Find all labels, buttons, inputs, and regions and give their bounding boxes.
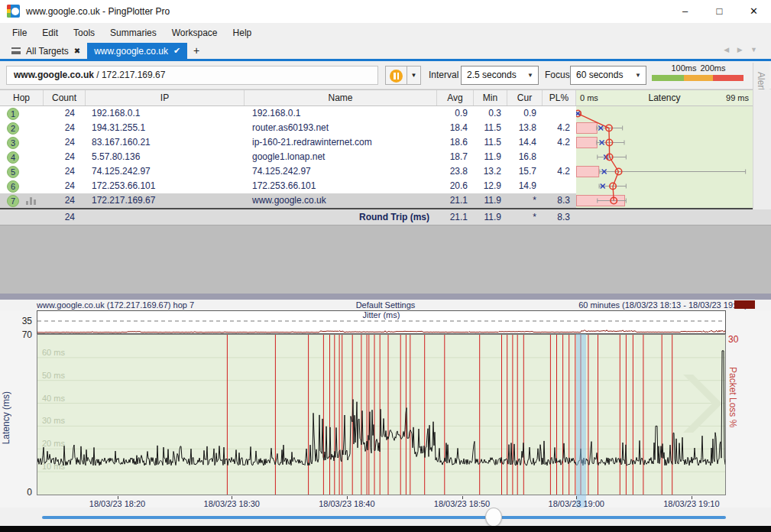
cell-pl bbox=[543, 150, 576, 164]
cell-name: router.as60193.net bbox=[245, 121, 437, 135]
table-row-hop-7[interactable]: 724172.217.169.67www.google.co.uk21.111.… bbox=[0, 193, 576, 208]
round-trip-avg: 21.1 bbox=[437, 209, 474, 225]
hop-cell: 7 bbox=[0, 193, 44, 208]
tab-bar: All Targets ✖ www.google.co.uk ✔ + bbox=[0, 43, 771, 59]
close-button[interactable]: ✕ bbox=[737, 0, 771, 23]
window-title: www.google.co.uk - PingPlotter Pro bbox=[26, 6, 170, 17]
minimize-button[interactable]: – bbox=[668, 0, 702, 23]
tab-all-targets-label: All Targets bbox=[26, 46, 69, 57]
grid-label: 50 ms bbox=[42, 371, 65, 380]
hop-cell: 1 bbox=[0, 106, 44, 121]
chevron-down-icon: ▼ bbox=[635, 66, 641, 84]
cell-cur: 15.7 bbox=[507, 164, 543, 179]
cell-name: 172.253.66.101 bbox=[245, 179, 437, 193]
menu-item-workspace[interactable]: Workspace bbox=[164, 23, 225, 43]
cell-ip: 172.217.169.67 bbox=[86, 193, 245, 208]
cell-name: 192.168.0.1 bbox=[245, 106, 437, 121]
empty-area bbox=[0, 225, 771, 294]
table-row-hop-5[interactable]: 52474.125.242.9774.125.242.9723.813.215.… bbox=[0, 164, 576, 179]
column-header-hop[interactable]: Hop bbox=[0, 90, 44, 105]
new-tab-button[interactable]: + bbox=[187, 43, 206, 59]
latency-timeline-svg: 10 ms20 ms30 ms40 ms50 ms60 ms bbox=[37, 335, 725, 495]
cell-cur: 16.8 bbox=[507, 150, 543, 164]
latency-scale-bar bbox=[652, 75, 743, 81]
cell-count: 24 bbox=[44, 193, 86, 208]
timeline-scrollbar-thumb[interactable] bbox=[485, 508, 502, 527]
column-header-min[interactable]: Min bbox=[474, 90, 507, 105]
hop-number-badge: 4 bbox=[7, 151, 19, 164]
column-header-latency[interactable]: 0 ms Latency 99 ms bbox=[576, 90, 753, 105]
column-header-pl[interactable]: PL% bbox=[543, 90, 576, 105]
table-row-hop-1[interactable]: 124192.168.0.1192.168.0.10.90.30.9 bbox=[0, 106, 576, 121]
round-trip-count: 24 bbox=[44, 209, 86, 225]
column-header-avg[interactable]: Avg bbox=[437, 90, 474, 105]
title-bar: www.google.co.uk - PingPlotter Pro – □ ✕ bbox=[0, 0, 771, 23]
cell-pl: 4.2 bbox=[543, 121, 576, 135]
cell-name: www.google.co.uk bbox=[245, 193, 437, 208]
tab-all-targets[interactable]: All Targets ✖ bbox=[5, 43, 87, 59]
column-header-name[interactable]: Name bbox=[245, 90, 437, 105]
cell-ip: 172.253.66.101 bbox=[86, 179, 245, 193]
packet-loss-axis-title: Packet Loss % bbox=[727, 367, 738, 427]
hop-number-badge: 7 bbox=[7, 195, 19, 207]
pane-splitter[interactable] bbox=[0, 294, 771, 300]
timeline-scrollbar-track[interactable] bbox=[42, 516, 726, 519]
tab-scroll-arrows[interactable]: ◀ ▶ ▼ bbox=[724, 46, 760, 54]
cell-avg: 23.8 bbox=[437, 164, 474, 179]
legend-200ms-label: 200ms bbox=[690, 63, 736, 73]
hop-cell: 2 bbox=[0, 121, 44, 135]
menu-item-edit[interactable]: Edit bbox=[34, 23, 66, 43]
cell-ip: 192.168.0.1 bbox=[86, 106, 245, 121]
timeline-graph-section: www.google.co.uk (172.217.169.67) hop 7 … bbox=[0, 300, 771, 508]
grid-label: 60 ms bbox=[42, 348, 65, 357]
table-row-hop-2[interactable]: 224194.31.255.1router.as60193.net18.411.… bbox=[0, 121, 576, 135]
table-row-hop-6[interactable]: 624172.253.66.101172.253.66.10120.612.91… bbox=[0, 179, 576, 193]
cell-min: 11.9 bbox=[474, 150, 507, 164]
focus-select[interactable]: 60 seconds ▼ bbox=[570, 66, 646, 85]
latency-timeline-graph[interactable]: 10 ms20 ms30 ms40 ms50 ms60 ms bbox=[37, 334, 726, 495]
latency-axis-max-label: 70 bbox=[12, 329, 32, 340]
packet-loss-axis-max-label: 30 bbox=[728, 334, 738, 345]
column-header-cur[interactable]: Cur bbox=[507, 90, 543, 105]
graph-shown-icon bbox=[26, 197, 37, 205]
graph-header: www.google.co.uk (172.217.169.67) hop 7 … bbox=[0, 300, 771, 310]
pause-icon bbox=[390, 70, 403, 83]
hop-latency-minigraph bbox=[576, 106, 753, 208]
menu-item-summaries[interactable]: Summaries bbox=[102, 23, 164, 43]
column-header-ip[interactable]: IP bbox=[86, 90, 245, 105]
hop-cell: 4 bbox=[0, 150, 44, 164]
menu-item-tools[interactable]: Tools bbox=[66, 23, 102, 43]
app-logo-icon bbox=[7, 5, 20, 18]
hop-number-badge: 5 bbox=[7, 166, 19, 178]
menu-item-help[interactable]: Help bbox=[225, 23, 260, 43]
interval-select[interactable]: 2.5 seconds ▼ bbox=[461, 66, 539, 85]
round-trip-label: Round Trip (ms) bbox=[245, 209, 437, 225]
cell-avg: 18.4 bbox=[437, 121, 474, 135]
table-row-hop-3[interactable]: 32483.167.160.21ip-160-21.redrawinternet… bbox=[0, 135, 576, 150]
pause-dropdown-button[interactable]: ▼ bbox=[407, 66, 421, 85]
menu-item-file[interactable]: File bbox=[5, 23, 34, 43]
chevron-down-icon: ▼ bbox=[527, 66, 533, 84]
round-trip-pl: 8.3 bbox=[543, 209, 576, 225]
minigraph-svg bbox=[576, 106, 753, 208]
close-tab-icon[interactable]: ✖ bbox=[74, 47, 80, 55]
focus-value: 60 seconds bbox=[576, 70, 623, 80]
column-header-count[interactable]: Count bbox=[44, 90, 86, 105]
maximize-button[interactable]: □ bbox=[702, 0, 737, 23]
target-summary: www.google.co.uk / 172.217.169.67 bbox=[6, 66, 378, 85]
cell-min: 13.2 bbox=[474, 164, 507, 179]
tab-active-target[interactable]: www.google.co.uk ✔ bbox=[87, 43, 187, 59]
jitter-axis-max-label: 35 bbox=[12, 316, 32, 326]
hop-number-badge: 1 bbox=[7, 108, 19, 120]
hop-cell: 5 bbox=[0, 164, 44, 179]
target-toolbar: www.google.co.uk / 172.217.169.67 ▼ Inte… bbox=[0, 61, 771, 89]
table-row-hop-4[interactable]: 4245.57.80.136google1.lonap.net18.711.91… bbox=[0, 150, 576, 164]
table-header: Hop Count IP Name Avg Min Cur PL% 0 ms L… bbox=[0, 89, 771, 106]
latency-axis-min-label: 0 bbox=[12, 487, 32, 498]
cell-name: 74.125.242.97 bbox=[245, 164, 437, 179]
graph-timespan-label[interactable]: 60 minutes (18/03/23 18:13 - 18/03/23 19… bbox=[578, 300, 747, 310]
grid-label: 20 ms bbox=[42, 439, 65, 448]
pause-button[interactable] bbox=[385, 66, 407, 85]
legend-orange-segment bbox=[684, 75, 713, 81]
interval-label: Interval bbox=[429, 66, 458, 85]
